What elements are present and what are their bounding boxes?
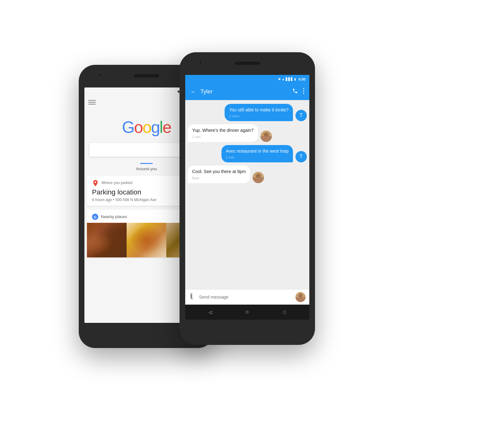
nav-home-icon: ○ xyxy=(246,309,249,315)
nearby-card-header-left: G Nearby places xyxy=(92,214,127,220)
right-time: 6:00 xyxy=(299,77,306,81)
svg-point-7 xyxy=(303,90,304,92)
attach-icon[interactable] xyxy=(189,293,196,301)
scene: ✱ ▲ ▋▋▋ ▮ 6:00 Google xyxy=(79,33,425,411)
message-bubble-4: Cool. See you there at 8pm Now xyxy=(188,166,250,183)
message-input-area: Send message xyxy=(185,289,309,305)
right-phone-camera xyxy=(198,60,202,64)
right-status-icons: ✱ ▲ ▋▋▋ ▮ xyxy=(278,77,296,81)
message-header-icons xyxy=(292,88,304,95)
message-text-3: Avec restaurant in the west loop xyxy=(226,148,289,155)
message-header: ← Tyler xyxy=(185,84,309,100)
right-status-bar: ✱ ▲ ▋▋▋ ▮ 6:00 xyxy=(185,75,309,84)
nearby-label: Nearby places xyxy=(101,214,127,219)
google-o2: o xyxy=(143,118,151,136)
message-row-received-2: Cool. See you there at 8pm Now xyxy=(188,166,297,183)
right-phone-speaker xyxy=(235,62,260,65)
right-battery-icon: ▮ xyxy=(294,77,296,81)
contact-name: Tyler xyxy=(200,88,289,95)
google-e: e xyxy=(163,118,171,136)
message-bubble-2: Yup. Where's the dinner again? 1 min xyxy=(188,124,258,142)
message-row-sent-2: T Avec restaurant in the west loop 1 min xyxy=(197,145,307,163)
message-text-4: Cool. See you there at 8pm xyxy=(192,169,246,175)
maps-pin-icon xyxy=(92,179,99,186)
phone-right: ✱ ▲ ▋▋▋ ▮ 6:00 ← Tyler xyxy=(180,52,315,345)
svg-point-6 xyxy=(303,88,304,89)
receiver-avatar-2 xyxy=(253,172,264,183)
svg-point-8 xyxy=(303,93,304,94)
nav-home-button[interactable]: ○ xyxy=(243,308,251,316)
google-g: G xyxy=(122,118,134,136)
message-time-3: 1 min xyxy=(226,155,289,159)
message-time-2: 1 min xyxy=(192,135,254,139)
nav-recent-icon: □ xyxy=(283,310,286,315)
google-logo: Google xyxy=(122,118,171,137)
right-phone-nav xyxy=(180,320,315,345)
google-l: l xyxy=(159,118,163,136)
right-wifi-icon: ▲ xyxy=(282,77,285,81)
message-bubble-1: You still able to make it tonite? 2 mins xyxy=(225,104,293,121)
receiver-avatar-1 xyxy=(261,131,272,142)
right-nav-bottom: ◁ ○ □ xyxy=(185,305,309,320)
message-time-1: 2 mins xyxy=(229,114,289,118)
message-text-2: Yup. Where's the dinner again? xyxy=(192,127,254,134)
google-g2: g xyxy=(151,118,159,136)
nav-back-icon: ◁ xyxy=(209,310,212,315)
nav-back-button[interactable]: ◁ xyxy=(206,308,214,316)
sender-avatar-2: T xyxy=(295,151,307,162)
messaging-screen: ✱ ▲ ▋▋▋ ▮ 6:00 ← Tyler xyxy=(185,75,309,320)
message-row-sent-1: T You still able to make it tonite? 2 mi… xyxy=(197,104,307,121)
back-button[interactable]: ← xyxy=(190,88,197,95)
phone-call-icon[interactable] xyxy=(292,88,298,95)
parking-card-header-left: Where you parked xyxy=(92,179,132,186)
input-avatar xyxy=(295,292,306,302)
more-options-icon[interactable] xyxy=(303,88,304,95)
messages-area: T You still able to make it tonite? 2 mi… xyxy=(185,100,309,289)
google-small-icon: G xyxy=(92,214,98,220)
svg-text:G: G xyxy=(94,215,97,219)
left-phone-speaker xyxy=(134,74,159,77)
left-phone-camera xyxy=(98,73,101,77)
message-text-1: You still able to make it tonite? xyxy=(229,107,289,113)
right-signal-icon: ▋▋▋ xyxy=(286,77,293,81)
message-bubble-3: Avec restaurant in the west loop 1 min xyxy=(221,145,293,163)
right-phone-screen: ✱ ▲ ▋▋▋ ▮ 6:00 ← Tyler xyxy=(185,75,309,320)
around-you-label: Around you xyxy=(136,166,157,171)
google-o1: o xyxy=(134,118,143,136)
hamburger-menu[interactable] xyxy=(88,98,96,107)
message-input[interactable]: Send message xyxy=(199,293,292,301)
message-row-received-1: Yup. Where's the dinner again? 1 min xyxy=(188,124,297,142)
nearby-photo-1 xyxy=(87,223,127,257)
right-bluetooth-icon: ✱ xyxy=(278,77,281,81)
svg-point-3 xyxy=(95,181,96,183)
nav-recent-button[interactable]: □ xyxy=(281,308,288,316)
sender-avatar-1: T xyxy=(295,110,307,121)
message-time-4: Now xyxy=(192,176,246,180)
around-you-divider xyxy=(140,163,153,164)
parking-card-subtitle: Where you parked xyxy=(101,181,132,185)
nearby-photo-2 xyxy=(127,223,166,257)
